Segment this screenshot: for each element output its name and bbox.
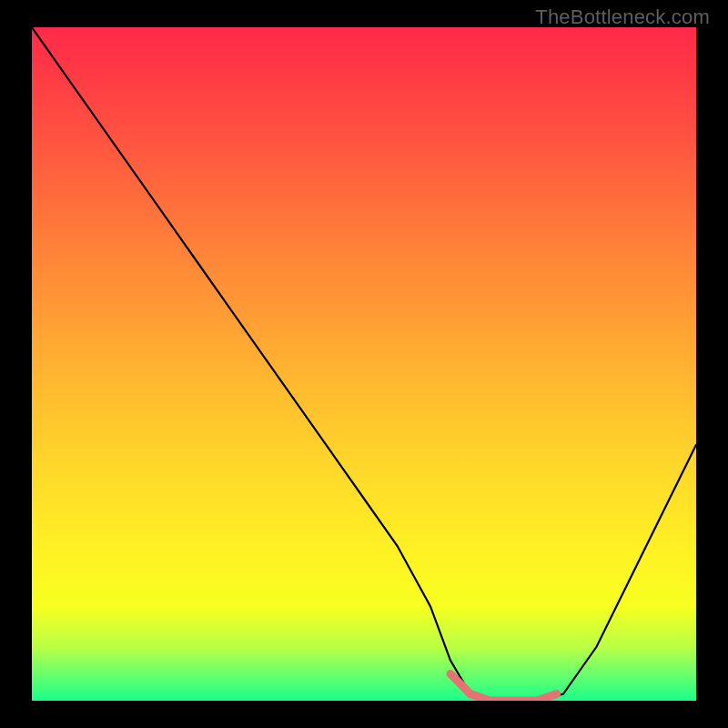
chart-frame: TheBottleneck.com (0, 0, 728, 728)
bottleneck-curve-path (32, 27, 696, 701)
plot-area (32, 27, 696, 701)
chart-svg (32, 27, 696, 701)
min-highlight-path (450, 673, 557, 701)
watermark-text: TheBottleneck.com (535, 5, 710, 29)
